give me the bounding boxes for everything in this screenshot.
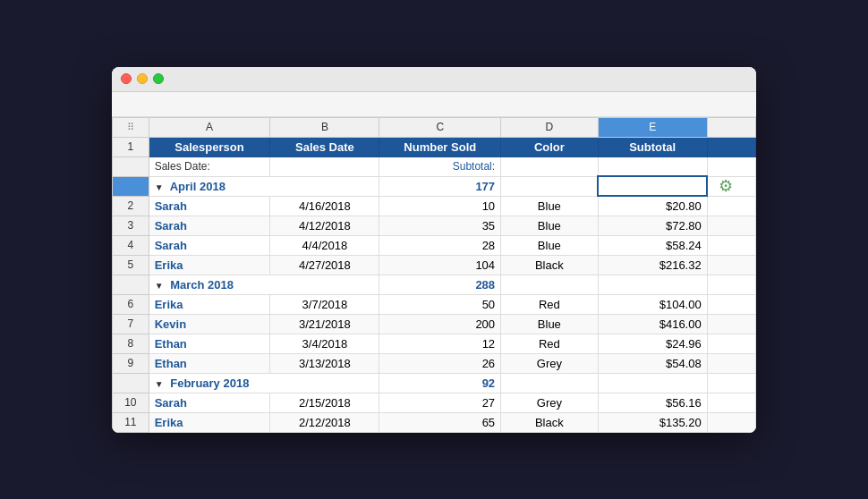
cell-b10[interactable]: 2/15/2018: [270, 393, 379, 412]
col-header-e[interactable]: E: [598, 117, 707, 137]
table-container: ⠿ A B C D E 1 Salesperson Sales Date Num…: [112, 117, 756, 433]
maximize-button[interactable]: [153, 73, 164, 84]
table-row: 2 Sarah 4/16/2018 10 Blue $20.80: [113, 196, 756, 216]
cell-c9[interactable]: 26: [379, 353, 501, 373]
collapse-triangle-april[interactable]: ▼: [155, 182, 164, 192]
cell-d11[interactable]: Black: [501, 412, 599, 432]
cell-b7[interactable]: 3/21/2018: [270, 314, 379, 334]
col-header-b[interactable]: B: [270, 117, 379, 137]
february-extra: [707, 373, 755, 393]
february-d: [501, 373, 599, 393]
gear-button-april[interactable]: ⚙: [719, 176, 733, 196]
cell-d8[interactable]: Red: [501, 334, 599, 353]
filter-b: [270, 156, 379, 176]
row-num-1: 1: [113, 137, 149, 156]
cell-b6[interactable]: 3/7/2018: [270, 294, 379, 314]
cell-d7[interactable]: Blue: [501, 314, 599, 334]
cell-a11[interactable]: Erika: [149, 412, 270, 432]
cell-c5[interactable]: 104: [379, 255, 501, 275]
table-row: 5 Erika 4/27/2018 104 Black $216.32: [113, 255, 756, 275]
header-extra: [707, 137, 755, 156]
cell-extra4: [707, 235, 755, 255]
spreadsheet-window: ⠿ A B C D E 1 Salesperson Sales Date Num…: [112, 67, 756, 433]
cell-d2[interactable]: Blue: [501, 196, 599, 216]
col-header-d[interactable]: D: [501, 117, 599, 137]
april-subtotal: 177: [379, 176, 501, 196]
cell-c2[interactable]: 10: [379, 196, 501, 216]
collapse-triangle-march[interactable]: ▼: [155, 281, 164, 291]
cell-c3[interactable]: 35: [379, 216, 501, 235]
cell-b9[interactable]: 3/13/2018: [270, 353, 379, 373]
cell-c8[interactable]: 12: [379, 334, 501, 353]
cell-d10[interactable]: Grey: [501, 393, 599, 412]
february-e: [598, 373, 707, 393]
cell-e6[interactable]: $104.00: [598, 294, 707, 314]
cell-b4[interactable]: 4/4/2018: [270, 235, 379, 255]
cell-c10[interactable]: 27: [379, 393, 501, 412]
cell-extra3: [707, 216, 755, 235]
cell-c4[interactable]: 28: [379, 235, 501, 255]
col-header-a[interactable]: A: [149, 117, 270, 137]
col-header-extra: [707, 117, 755, 137]
header-sales-date: Sales Date: [270, 137, 379, 156]
february-subtotal: 92: [379, 373, 501, 393]
close-button[interactable]: [121, 73, 132, 84]
group-name-march[interactable]: ▼ March 2018: [149, 275, 379, 294]
table-row: 9 Ethan 3/13/2018 26 Grey $54.08: [113, 353, 756, 373]
row-num-2: 2: [113, 196, 149, 216]
cell-extra8: [707, 334, 755, 353]
cell-e5[interactable]: $216.32: [598, 255, 707, 275]
cell-e3[interactable]: $72.80: [598, 216, 707, 235]
cell-e8[interactable]: $24.96: [598, 334, 707, 353]
group-name-february[interactable]: ▼ February 2018: [149, 373, 379, 393]
cell-c11[interactable]: 65: [379, 412, 501, 432]
column-headers: ⠿ A B C D E: [113, 117, 756, 137]
cell-d5[interactable]: Black: [501, 255, 599, 275]
row-num-3: 3: [113, 216, 149, 235]
cell-a8[interactable]: Ethan: [149, 334, 270, 353]
march-extra: [707, 275, 755, 294]
header-number-sold: Number Sold: [379, 137, 501, 156]
march-d: [501, 275, 599, 294]
col-header-c[interactable]: C: [379, 117, 501, 137]
cell-d3[interactable]: Blue: [501, 216, 599, 235]
cell-c6[interactable]: 50: [379, 294, 501, 314]
cell-a2[interactable]: Sarah: [149, 196, 270, 216]
cell-e2[interactable]: $20.80: [598, 196, 707, 216]
cell-extra2: [707, 196, 755, 216]
minimize-button[interactable]: [137, 73, 148, 84]
group-name-april[interactable]: ▼ April 2018: [149, 176, 379, 196]
cell-d9[interactable]: Grey: [501, 353, 599, 373]
cell-a3[interactable]: Sarah: [149, 216, 270, 235]
cell-e4[interactable]: $58.24: [598, 235, 707, 255]
cell-b5[interactable]: 4/27/2018: [270, 255, 379, 275]
cell-extra5: [707, 255, 755, 275]
cell-b2[interactable]: 4/16/2018: [270, 196, 379, 216]
cell-e7[interactable]: $416.00: [598, 314, 707, 334]
april-d: [501, 176, 599, 196]
cell-a9[interactable]: Ethan: [149, 353, 270, 373]
cell-d6[interactable]: Red: [501, 294, 599, 314]
header-color: Color: [501, 137, 599, 156]
cell-b8[interactable]: 3/4/2018: [270, 334, 379, 353]
cell-a5[interactable]: Erika: [149, 255, 270, 275]
cell-a6[interactable]: Erika: [149, 294, 270, 314]
table-row: 7 Kevin 3/21/2018 200 Blue $416.00: [113, 314, 756, 334]
table-row: 8 Ethan 3/4/2018 12 Red $24.96: [113, 334, 756, 353]
april-e-selected[interactable]: ⚙: [598, 176, 707, 196]
cell-a4[interactable]: Sarah: [149, 235, 270, 255]
cell-a7[interactable]: Kevin: [149, 314, 270, 334]
cell-a10[interactable]: Sarah: [149, 393, 270, 412]
cell-extra9: [707, 353, 755, 373]
cell-extra11: [707, 412, 755, 432]
cell-b11[interactable]: 2/12/2018: [270, 412, 379, 432]
cell-e11[interactable]: $135.20: [598, 412, 707, 432]
table-row: 4 Sarah 4/4/2018 28 Blue $58.24: [113, 235, 756, 255]
cell-e9[interactable]: $54.08: [598, 353, 707, 373]
cell-b3[interactable]: 4/12/2018: [270, 216, 379, 235]
cell-e10[interactable]: $56.16: [598, 393, 707, 412]
cell-d4[interactable]: Blue: [501, 235, 599, 255]
filter-row-num: [113, 156, 149, 176]
collapse-triangle-february[interactable]: ▼: [155, 379, 164, 389]
cell-c7[interactable]: 200: [379, 314, 501, 334]
